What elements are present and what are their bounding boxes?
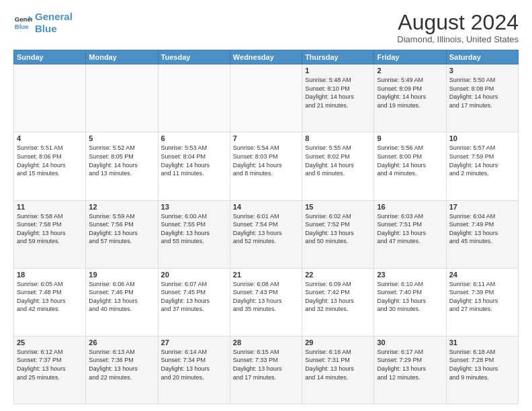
day-info: Sunrise: 5:54 AMSunset: 8:03 PMDaylight:… [233,144,299,177]
day-info: Sunrise: 6:11 AMSunset: 7:39 PMDaylight:… [449,280,515,314]
day-info: Sunrise: 5:56 AMSunset: 8:00 PMDaylight:… [377,144,443,177]
calendar-cell: 31Sunrise: 6:18 AMSunset: 7:28 PMDayligh… [446,336,518,404]
calendar-cell: 29Sunrise: 6:16 AMSunset: 7:31 PMDayligh… [302,336,374,404]
calendar-cell [14,64,86,132]
subtitle: Diamond, Illinois, United States [397,34,519,44]
calendar-cell: 24Sunrise: 6:11 AMSunset: 7:39 PMDayligh… [446,268,518,336]
day-number: 29 [305,338,371,347]
calendar-cell: 14Sunrise: 6:01 AMSunset: 7:54 PMDayligh… [230,200,302,268]
day-info: Sunrise: 6:01 AMSunset: 7:54 PMDaylight:… [233,212,299,246]
day-info: Sunrise: 6:05 AMSunset: 7:48 PMDaylight:… [17,280,83,314]
day-info: Sunrise: 6:00 AMSunset: 7:55 PMDaylight:… [161,212,227,246]
day-info: Sunrise: 5:51 AMSunset: 8:06 PMDaylight:… [17,144,83,177]
logo-icon: General Blue [13,13,32,32]
day-info: Sunrise: 6:10 AMSunset: 7:40 PMDaylight:… [377,280,443,314]
calendar-week-2: 11Sunrise: 5:58 AMSunset: 7:58 PMDayligh… [14,200,519,268]
day-number: 3 [449,66,515,75]
day-number: 23 [377,271,443,279]
calendar-cell: 7Sunrise: 5:54 AMSunset: 8:03 PMDaylight… [230,132,302,200]
day-info: Sunrise: 5:48 AMSunset: 8:10 PMDaylight:… [305,76,371,109]
header-day-thursday: Thursday [302,50,374,64]
header-day-tuesday: Tuesday [158,50,230,64]
day-info: Sunrise: 5:49 AMSunset: 8:09 PMDaylight:… [377,76,443,109]
calendar-cell: 28Sunrise: 6:15 AMSunset: 7:33 PMDayligh… [230,336,302,404]
calendar-cell: 23Sunrise: 6:10 AMSunset: 7:40 PMDayligh… [374,268,446,336]
calendar-cell [86,64,158,132]
calendar-header: SundayMondayTuesdayWednesdayThursdayFrid… [14,50,519,64]
calendar-cell: 26Sunrise: 6:13 AMSunset: 7:36 PMDayligh… [86,336,158,404]
calendar-cell: 9Sunrise: 5:56 AMSunset: 8:00 PMDaylight… [374,132,446,200]
calendar-cell: 16Sunrise: 6:03 AMSunset: 7:51 PMDayligh… [374,200,446,268]
calendar-table: SundayMondayTuesdayWednesdayThursdayFrid… [13,50,519,404]
calendar-cell: 1Sunrise: 5:48 AMSunset: 8:10 PMDaylight… [302,64,374,132]
day-number: 24 [449,271,515,279]
day-number: 14 [233,203,299,211]
day-number: 9 [377,134,443,142]
day-info: Sunrise: 5:52 AMSunset: 8:05 PMDaylight:… [89,144,154,177]
logo: General Blue General Blue [13,11,73,35]
day-number: 5 [89,134,154,142]
calendar-cell: 15Sunrise: 6:02 AMSunset: 7:52 PMDayligh… [302,200,374,268]
day-number: 8 [305,134,371,142]
calendar-cell: 11Sunrise: 5:58 AMSunset: 7:58 PMDayligh… [14,200,86,268]
calendar-week-1: 4Sunrise: 5:51 AMSunset: 8:06 PMDaylight… [14,132,519,200]
header-row: SundayMondayTuesdayWednesdayThursdayFrid… [14,50,519,64]
day-number: 15 [305,203,371,211]
day-info: Sunrise: 6:02 AMSunset: 7:52 PMDaylight:… [305,212,371,246]
day-number: 25 [17,338,83,347]
day-number: 28 [233,338,299,347]
calendar-cell: 30Sunrise: 6:17 AMSunset: 7:29 PMDayligh… [374,336,446,404]
day-number: 18 [17,271,83,279]
calendar-cell: 8Sunrise: 5:55 AMSunset: 8:02 PMDaylight… [302,132,374,200]
header: General Blue General Blue August 2024 Di… [13,11,519,44]
day-number: 4 [17,134,83,142]
day-info: Sunrise: 5:57 AMSunset: 7:59 PMDaylight:… [449,144,515,177]
calendar-cell [158,64,230,132]
calendar-cell: 6Sunrise: 5:53 AMSunset: 8:04 PMDaylight… [158,132,230,200]
title-block: August 2024 Diamond, Illinois, United St… [397,11,519,44]
calendar-cell: 5Sunrise: 5:52 AMSunset: 8:05 PMDaylight… [86,132,158,200]
calendar-week-3: 18Sunrise: 6:05 AMSunset: 7:48 PMDayligh… [14,268,519,336]
svg-text:Blue: Blue [15,23,29,30]
logo-text: General Blue [35,11,73,35]
day-number: 6 [161,134,227,142]
day-info: Sunrise: 6:18 AMSunset: 7:28 PMDaylight:… [449,348,515,381]
day-info: Sunrise: 6:13 AMSunset: 7:36 PMDaylight:… [89,348,154,381]
day-number: 13 [161,203,227,211]
page: General Blue General Blue August 2024 Di… [0,0,532,411]
header-day-monday: Monday [86,50,158,64]
calendar-cell: 13Sunrise: 6:00 AMSunset: 7:55 PMDayligh… [158,200,230,268]
day-info: Sunrise: 5:53 AMSunset: 8:04 PMDaylight:… [161,144,227,177]
calendar-cell: 3Sunrise: 5:50 AMSunset: 8:08 PMDaylight… [446,64,518,132]
day-number: 7 [233,134,299,142]
calendar-week-0: 1Sunrise: 5:48 AMSunset: 8:10 PMDaylight… [14,64,519,132]
calendar-cell: 25Sunrise: 6:12 AMSunset: 7:37 PMDayligh… [14,336,86,404]
day-info: Sunrise: 6:16 AMSunset: 7:31 PMDaylight:… [305,348,371,381]
day-info: Sunrise: 6:09 AMSunset: 7:42 PMDaylight:… [305,280,371,314]
day-info: Sunrise: 6:03 AMSunset: 7:51 PMDaylight:… [377,212,443,246]
logo-general: General [35,11,73,22]
calendar-body: 1Sunrise: 5:48 AMSunset: 8:10 PMDaylight… [14,64,519,404]
calendar-cell: 4Sunrise: 5:51 AMSunset: 8:06 PMDaylight… [14,132,86,200]
day-number: 19 [89,271,154,279]
day-number: 17 [449,203,515,211]
calendar-cell: 20Sunrise: 6:07 AMSunset: 7:45 PMDayligh… [158,268,230,336]
day-info: Sunrise: 6:15 AMSunset: 7:33 PMDaylight:… [233,348,299,381]
day-info: Sunrise: 6:14 AMSunset: 7:34 PMDaylight:… [161,348,227,381]
calendar-cell [230,64,302,132]
day-info: Sunrise: 6:17 AMSunset: 7:29 PMDaylight:… [377,348,443,381]
day-number: 31 [449,338,515,347]
day-info: Sunrise: 5:59 AMSunset: 7:56 PMDaylight:… [89,212,154,246]
calendar-cell: 19Sunrise: 6:06 AMSunset: 7:46 PMDayligh… [86,268,158,336]
header-day-friday: Friday [374,50,446,64]
calendar-cell: 22Sunrise: 6:09 AMSunset: 7:42 PMDayligh… [302,268,374,336]
day-info: Sunrise: 6:08 AMSunset: 7:43 PMDaylight:… [233,280,299,314]
day-number: 27 [161,338,227,347]
calendar-cell: 2Sunrise: 5:49 AMSunset: 8:09 PMDaylight… [374,64,446,132]
day-info: Sunrise: 6:04 AMSunset: 7:49 PMDaylight:… [449,212,515,246]
day-number: 20 [161,271,227,279]
calendar-cell: 18Sunrise: 6:05 AMSunset: 7:48 PMDayligh… [14,268,86,336]
calendar-cell: 21Sunrise: 6:08 AMSunset: 7:43 PMDayligh… [230,268,302,336]
day-number: 30 [377,338,443,347]
day-number: 22 [305,271,371,279]
